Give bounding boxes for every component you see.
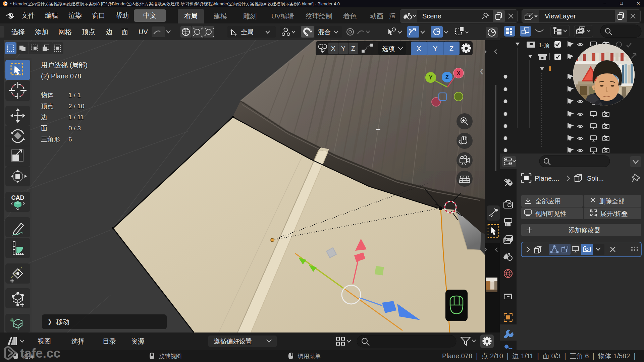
svg-text:旋转视图: 旋转视图 [159, 353, 182, 359]
svg-text:选项: 选项 [382, 45, 395, 52]
svg-text:CAD: CAD [11, 194, 24, 201]
svg-text:添加修改器: 添加修改器 [569, 227, 600, 234]
svg-text:资源: 资源 [131, 338, 145, 345]
svg-text:X: X [417, 45, 421, 52]
svg-text:Z: Z [445, 74, 449, 80]
svg-text:tafe.cc: tafe.cc [20, 346, 60, 360]
svg-text:X: X [457, 70, 461, 76]
svg-text:Y: Y [429, 75, 433, 80]
svg-text:Plane....: Plane.... [535, 175, 559, 182]
svg-text:删除全部: 删除全部 [599, 198, 625, 205]
svg-text:Z: Z [351, 45, 355, 52]
svg-text:全部应用: 全部应用 [535, 198, 561, 205]
svg-text:遵循偏好设置: 遵循偏好设置 [214, 338, 252, 345]
svg-text:Z: Z [449, 45, 453, 52]
svg-text:混合: 混合 [318, 28, 331, 36]
svg-text:Plane.078 | 点:2/10 | 边:1/1: Plane.078 | 点:2/10 | 边:1/11 | 面:0/3 | 三角… [442, 352, 636, 360]
svg-text:X: X [331, 45, 335, 52]
svg-text:视图可见性: 视图可见性 [535, 210, 567, 217]
svg-text:展开/折叠: 展开/折叠 [600, 210, 628, 217]
svg-text:Y: Y [433, 45, 437, 52]
svg-text:1-顶: 1-顶 [539, 42, 549, 49]
svg-text:调用菜单: 调用菜单 [298, 353, 321, 359]
svg-text:Soli...: Soli... [587, 175, 604, 182]
svg-text:全局: 全局 [241, 28, 254, 36]
svg-text:目录: 目录 [103, 338, 116, 345]
svg-text:Y: Y [341, 45, 345, 52]
